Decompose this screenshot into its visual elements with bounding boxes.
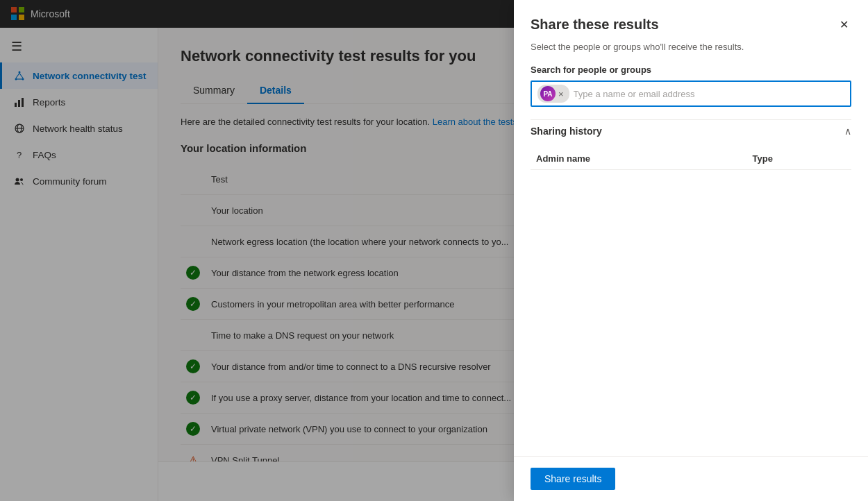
people-search-input[interactable] — [574, 89, 844, 99]
search-label: Search for people or groups — [531, 65, 851, 75]
column-admin-name: Admin name — [531, 148, 747, 170]
panel-body: Select the people or groups who'll recei… — [514, 33, 868, 456]
tag-remove-button[interactable]: × — [558, 90, 564, 99]
column-type: Type — [747, 148, 851, 170]
panel-header: Share these results ✕ — [514, 0, 868, 33]
tag-avatar: PA — [540, 86, 556, 101]
people-tag: PA × — [537, 85, 569, 103]
history-chevron-icon: ∧ — [844, 126, 851, 137]
panel-subtitle: Select the people or groups who'll recei… — [531, 42, 851, 52]
share-panel: Share these results ✕ Select the people … — [514, 0, 868, 501]
share-button[interactable]: Share results — [531, 468, 615, 490]
panel-footer: Share results — [514, 456, 868, 501]
history-title: Sharing history — [531, 126, 602, 137]
panel-close-button[interactable]: ✕ — [837, 17, 851, 33]
tag-initials: PA — [543, 90, 552, 98]
panel-title: Share these results — [531, 17, 659, 33]
history-header[interactable]: Sharing history ∧ — [531, 119, 851, 142]
people-input-row[interactable]: PA × — [531, 80, 851, 107]
history-table: Admin name Type — [531, 148, 851, 170]
